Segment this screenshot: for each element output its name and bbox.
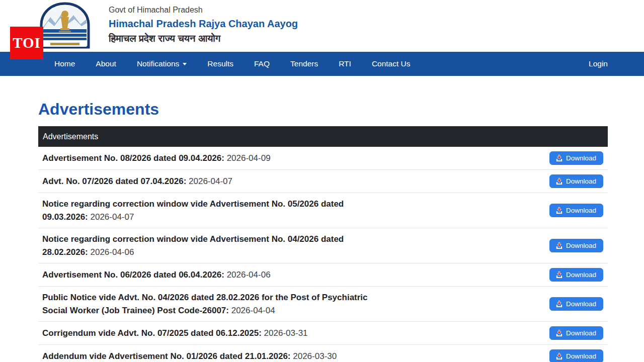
download-button[interactable]: Download — [549, 151, 603, 165]
download-button[interactable]: Download — [549, 349, 603, 362]
download-icon — [555, 300, 563, 308]
nav-item-notifications[interactable]: Notifications — [137, 59, 187, 68]
nav-item-label: Notifications — [137, 59, 179, 68]
toi-watermark-label: TOI — [13, 35, 41, 51]
table-row: Public Notice vide Advt. No. 04/2026 dat… — [38, 287, 608, 322]
advertisement-text: Corrigendum vide Advt. No. 07/2025 dated… — [42, 327, 384, 340]
advertisement-text: Notice regarding correction window vide … — [42, 198, 384, 223]
advertisement-title: Public Notice vide Advt. No. 04/2026 dat… — [42, 293, 368, 315]
hprca-logo — [39, 2, 91, 49]
download-icon — [555, 242, 563, 249]
nav-item-home[interactable]: Home — [54, 59, 75, 68]
nav-item-about[interactable]: About — [96, 59, 116, 68]
govt-line: Govt of Himachal Pradesh — [109, 5, 298, 16]
nav-items: HomeAboutNotificationsResultsFAQTendersR… — [54, 59, 411, 68]
advertisement-title: Advt. No. 07/2026 dated 07.04.2026: — [42, 176, 186, 186]
nav-item-label: FAQ — [254, 59, 270, 68]
advertisement-date: 2026-04-07 — [186, 176, 232, 186]
table-row: Advt. No. 07/2026 dated 07.04.2026: 2026… — [38, 170, 608, 193]
advertisement-list: Advertisement No. 08/2026 dated 09.04.20… — [38, 147, 608, 362]
advertisement-text: Advertisement No. 06/2026 dated 06.04.20… — [42, 268, 384, 282]
main-content: Advertisements Advertisements Advertisem… — [38, 100, 608, 362]
advertisement-title: Addendum vide Advertisement No. 01/2026 … — [42, 351, 291, 361]
download-button[interactable]: Download — [549, 204, 603, 217]
download-button-label: Download — [566, 271, 596, 279]
advertisement-date: 2026-03-30 — [291, 351, 337, 361]
table-row: Advertisement No. 06/2026 dated 06.04.20… — [38, 263, 608, 287]
advertisement-text: Notice regarding correction window vide … — [42, 233, 384, 258]
himachal-emblem-icon — [39, 2, 91, 49]
advertisement-title: Advertisement No. 08/2026 dated 09.04.20… — [42, 153, 224, 163]
table-row: Corrigendum vide Advt. No. 07/2025 dated… — [38, 322, 608, 345]
nav-item-label: RTI — [339, 59, 351, 68]
download-icon — [555, 271, 563, 279]
chevron-down-icon — [183, 63, 187, 65]
advertisement-title: Corrigendum vide Advt. No. 07/2025 dated… — [42, 328, 262, 338]
table-row: Addendum vide Advertisement No. 01/2026 … — [38, 345, 608, 362]
download-icon — [555, 207, 563, 214]
advertisement-text: Advt. No. 07/2026 dated 07.04.2026: 2026… — [42, 175, 384, 188]
download-button-label: Download — [566, 207, 596, 214]
table-row: Notice regarding correction window vide … — [38, 193, 608, 228]
toi-watermark-badge: TOI — [10, 27, 43, 59]
nav-item-label: Home — [54, 59, 75, 68]
download-button[interactable]: Download — [549, 174, 603, 188]
advertisement-date: 2026-03-31 — [262, 328, 308, 338]
org-name-hindi: हिमाचल प्रदेश राज्य चयन आयोग — [109, 32, 298, 45]
nav-item-rti[interactable]: RTI — [339, 59, 351, 68]
advertisement-date: 2026-04-06 — [88, 247, 134, 257]
nav-item-label: Contact Us — [372, 59, 411, 68]
advertisement-date: 2026-04-04 — [229, 306, 275, 315]
download-button-label: Download — [566, 242, 596, 249]
advertisement-date: 2026-04-07 — [88, 212, 134, 222]
advertisement-title: Advertisement No. 06/2026 dated 06.04.20… — [42, 270, 224, 280]
download-icon — [555, 177, 563, 185]
advertisement-text: Addendum vide Advertisement No. 01/2026 … — [42, 350, 384, 362]
nav-item-contact-us[interactable]: Contact Us — [372, 59, 411, 68]
advertisement-text: Public Notice vide Advt. No. 04/2026 dat… — [42, 291, 384, 317]
advertisement-text: Advertisement No. 08/2026 dated 09.04.20… — [42, 152, 384, 165]
download-button[interactable]: Download — [549, 268, 603, 282]
download-button-label: Download — [566, 300, 596, 308]
table-row: Notice regarding correction window vide … — [38, 228, 608, 263]
navbar: HomeAboutNotificationsResultsFAQTendersR… — [0, 52, 644, 76]
download-icon — [555, 329, 563, 337]
org-name-english: Himachal Pradesh Rajya Chayan Aayog — [109, 17, 298, 31]
download-icon — [555, 154, 563, 162]
login-link[interactable]: Login — [589, 59, 608, 68]
page-title: Advertisements — [38, 100, 608, 119]
download-icon — [555, 352, 563, 360]
nav-item-label: Tenders — [290, 59, 318, 68]
nav-item-tenders[interactable]: Tenders — [290, 59, 318, 68]
download-button[interactable]: Download — [549, 239, 603, 252]
download-button[interactable]: Download — [549, 326, 603, 340]
masthead: TOI Govt of Himacha — [0, 0, 644, 52]
masthead-text: Govt of Himachal Pradesh Himachal Prades… — [109, 5, 298, 45]
download-button[interactable]: Download — [549, 297, 603, 311]
download-button-label: Download — [566, 352, 596, 360]
nav-item-results[interactable]: Results — [207, 59, 233, 68]
table-row: Advertisement No. 08/2026 dated 09.04.20… — [38, 147, 608, 170]
download-button-label: Download — [566, 177, 596, 185]
nav-item-label: Results — [207, 59, 233, 68]
nav-item-label: About — [96, 59, 116, 68]
download-button-label: Download — [566, 154, 596, 162]
download-button-label: Download — [566, 329, 596, 337]
nav-item-faq[interactable]: FAQ — [254, 59, 270, 68]
panel-header: Advertisements — [38, 126, 608, 147]
advertisement-date: 2026-04-09 — [224, 153, 271, 163]
advertisement-date: 2026-04-06 — [224, 270, 271, 280]
